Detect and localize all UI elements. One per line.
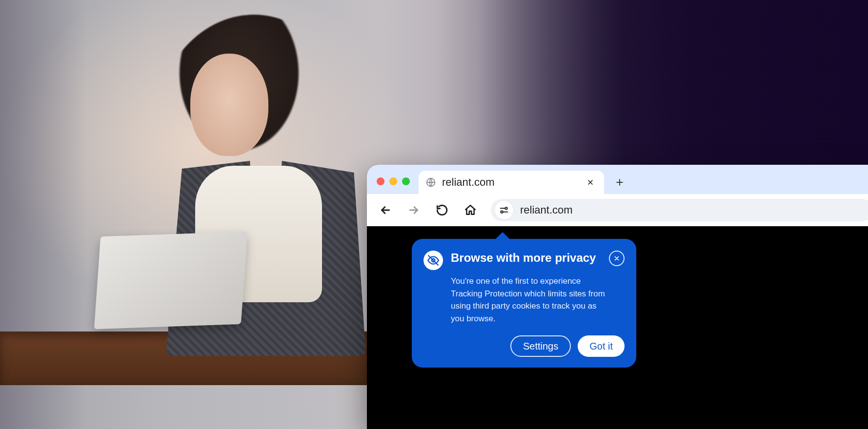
photo-laptop [94,232,247,329]
reload-button[interactable] [434,202,450,218]
eye-off-icon [424,251,443,270]
globe-icon [425,177,436,188]
tracking-protection-callout: Browse with more privacy You're one of t… [412,239,636,368]
callout-close-button[interactable] [609,251,625,266]
window-zoom-icon[interactable] [402,177,410,185]
nav-forward-button[interactable] [406,202,422,218]
callout-got-it-button[interactable]: Got it [578,335,625,357]
window-close-icon[interactable] [377,177,384,185]
callout-title: Browse with more privacy [451,251,596,265]
address-bar[interactable]: reliant.com [491,199,868,221]
callout-panel: Browse with more privacy You're one of t… [412,239,636,368]
window-minimize-icon[interactable] [389,177,397,185]
site-settings-button[interactable] [495,201,513,219]
browser-toolbar: reliant.com [367,194,868,226]
tab-close-button[interactable] [584,176,597,189]
home-button[interactable] [463,202,478,218]
browser-window: reliant.com [367,165,868,429]
callout-arrow-icon [495,232,510,240]
stage: reliant.com [0,0,868,429]
svg-point-2 [501,211,503,213]
svg-point-1 [505,207,507,209]
nav-back-button[interactable] [378,202,393,218]
callout-actions: Settings Got it [424,335,625,357]
window-controls [377,177,410,185]
address-bar-text: reliant.com [520,204,573,216]
tab-title: reliant.com [442,176,495,189]
callout-settings-button[interactable]: Settings [510,335,571,357]
photo-face [190,54,268,156]
new-tab-button[interactable] [610,173,629,192]
browser-tab[interactable]: reliant.com [419,171,604,194]
tab-strip: reliant.com [367,165,868,194]
callout-body: You're one of the first to experience Tr… [451,275,612,325]
